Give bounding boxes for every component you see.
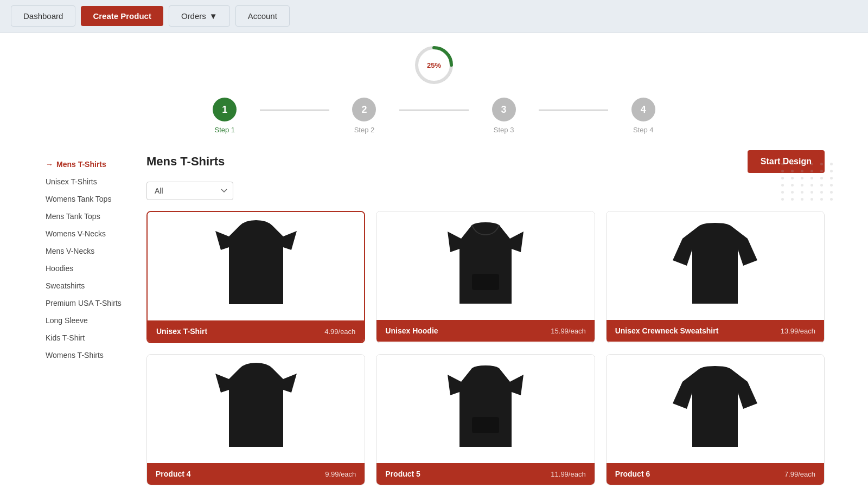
product-card-6[interactable]: Product 6 7.99/each [606, 354, 825, 485]
sidebar-item-sweatshirts[interactable]: Sweatshirts [43, 277, 130, 294]
products-header: Mens T-Shirts Start Design [146, 150, 825, 173]
step-circle-1: 1 [213, 98, 237, 121]
product-grid: Unisex T-Shirt 4.99/each [146, 211, 825, 485]
product-img-area-6 [607, 355, 824, 463]
steps-section: 1 Step 1 2 Step 2 3 Step 3 4 Step 4 [0, 92, 868, 145]
step-label-2: Step 2 [354, 126, 375, 134]
product-footer-4: Product 4 9.99/each [147, 463, 365, 485]
dots-decoration [781, 163, 835, 201]
product-price-3: 13.99/each [781, 327, 815, 335]
product-footer-5: Product 5 11.99/each [376, 463, 594, 485]
progress-label: 25% [427, 61, 441, 69]
sidebar-item-premium-usa[interactable]: Premium USA T-Shirts [43, 294, 130, 312]
product-price-5: 11.99/each [551, 470, 585, 478]
step-label-4: Step 4 [633, 126, 654, 134]
product-name-5: Product 5 [385, 470, 420, 478]
product-img-area-4 [147, 355, 365, 463]
step-2[interactable]: 2 Step 2 [329, 98, 399, 134]
product-icon-6 [672, 363, 758, 455]
products-title: Mens T-Shirts [146, 155, 225, 169]
product-name-4: Product 4 [156, 470, 191, 478]
product-card-5[interactable]: Product 5 11.99/each [376, 354, 595, 485]
svg-rect-2 [472, 274, 499, 290]
sidebar-item-mens-vnecks[interactable]: Mens V-Necks [43, 242, 130, 260]
sidebar-item-hoodies[interactable]: Hoodies [43, 260, 130, 277]
products-area: Mens T-Shirts Start Design All Small Med… [146, 150, 825, 485]
step-3[interactable]: 3 Step 3 [469, 98, 539, 134]
step-line-3-4 [539, 110, 609, 111]
product-footer-6: Product 6 7.99/each [607, 463, 824, 485]
step-circle-2: 2 [352, 98, 376, 121]
product-card-2[interactable]: Unisex Hoodie 15.99/each [376, 211, 595, 343]
sidebar-item-long-sleeve[interactable]: Long Sleeve [43, 312, 130, 329]
product-price-1: 4.99/each [324, 328, 355, 336]
sidebar-item-mens-tshirts[interactable]: → Mens T-Shirts [43, 156, 130, 173]
filter-select[interactable]: All Small Medium Large [146, 182, 233, 200]
step-label-1: Step 1 [214, 126, 235, 134]
hoodie-icon-2 [442, 220, 529, 312]
sidebar-item-womens-tshirts[interactable]: Womens T-Shirts [43, 346, 130, 364]
sidebar-item-womens-vnecks[interactable]: Womens V-Necks [43, 225, 130, 242]
svg-rect-3 [472, 417, 499, 433]
steps-container: 1 Step 1 2 Step 2 3 Step 3 4 Step 4 [190, 98, 678, 134]
filter-row: All Small Medium Large [146, 182, 825, 200]
product-name-3: Unisex Crewneck Sweatshirt [615, 326, 719, 335]
product-img-area-3 [607, 211, 824, 320]
progress-circle: 25% [412, 43, 456, 87]
content-area: → Mens T-Shirts Unisex T-Shirts Womens T… [0, 145, 868, 488]
product-footer-2: Unisex Hoodie 15.99/each [376, 320, 594, 342]
product-card-3[interactable]: Unisex Crewneck Sweatshirt 13.99/each [606, 211, 825, 343]
product-icon-5 [442, 363, 529, 455]
product-icon-4 [213, 363, 299, 455]
account-button[interactable]: Account [235, 5, 290, 27]
create-product-button[interactable]: Create Product [81, 6, 163, 26]
sweatshirt-icon-3 [672, 220, 758, 312]
sidebar-item-kids-tshirt[interactable]: Kids T-Shirt [43, 329, 130, 346]
sidebar-item-womens-tank-tops[interactable]: Womens Tank Tops [43, 190, 130, 208]
product-card-4[interactable]: Product 4 9.99/each [146, 354, 365, 485]
product-footer-3: Unisex Crewneck Sweatshirt 13.99/each [607, 320, 824, 342]
step-circle-4: 4 [631, 98, 655, 121]
navbar: Dashboard Create Product Orders ▼ Accoun… [0, 0, 868, 33]
product-name-6: Product 6 [615, 470, 650, 478]
product-price-6: 7.99/each [784, 470, 815, 478]
step-circle-3: 3 [492, 98, 516, 121]
sidebar: → Mens T-Shirts Unisex T-Shirts Womens T… [43, 150, 130, 485]
chevron-down-icon: ▼ [209, 11, 218, 21]
product-img-area-2 [376, 211, 594, 320]
product-footer-1: Unisex T-Shirt 4.99/each [148, 320, 364, 342]
progress-section: 25% [0, 33, 868, 92]
product-name-2: Unisex Hoodie [385, 326, 438, 335]
sidebar-item-unisex-tshirts[interactable]: Unisex T-Shirts [43, 173, 130, 190]
tshirt-icon-1 [213, 220, 299, 312]
step-1[interactable]: 1 Step 1 [190, 98, 260, 134]
product-name-1: Unisex T-Shirt [156, 327, 207, 336]
orders-button[interactable]: Orders ▼ [169, 5, 230, 27]
main-content: 25% 1 Step 1 2 Step 2 3 Step 3 4 Step 4 [0, 33, 868, 488]
sidebar-item-mens-tank-tops[interactable]: Mens Tank Tops [43, 208, 130, 225]
product-price-4: 9.99/each [325, 470, 356, 478]
step-line-1-2 [260, 110, 330, 111]
dashboard-button[interactable]: Dashboard [11, 5, 75, 27]
product-price-2: 15.99/each [551, 327, 585, 335]
product-img-area-1 [148, 212, 364, 320]
step-4[interactable]: 4 Step 4 [608, 98, 678, 134]
step-label-3: Step 3 [494, 126, 514, 134]
product-img-area-5 [376, 355, 594, 463]
step-line-2-3 [399, 110, 469, 111]
product-card-1[interactable]: Unisex T-Shirt 4.99/each [146, 211, 365, 343]
arrow-icon: → [46, 160, 53, 169]
